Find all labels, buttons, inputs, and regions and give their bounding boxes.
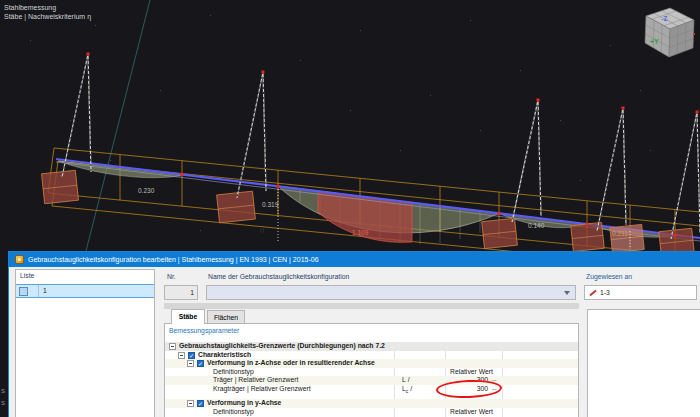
checkbox-checked-icon[interactable] [197,400,204,407]
dialog-icon [15,255,24,264]
limit-value-input[interactable]: 300 [445,385,488,394]
nr-field: 1 [164,285,198,300]
parameters-header: Bemessungsparameter [169,327,239,334]
assigned-field[interactable]: 1-3 [584,285,697,300]
view-subtitle: Stäbe | Nachweiskriterium η [4,12,91,21]
design-parameters-panel: Bemessungsparameter Gebrauchstauglichkei… [164,323,579,417]
tree-row-label: Gebrauchstauglichkeits-Grenzwerte (Durch… [179,342,385,351]
chevron-down-icon[interactable] [564,291,570,295]
checkbox-checked-icon[interactable] [197,360,204,367]
tree-row[interactable]: Verformung in z-Achse oder in resultiere… [165,359,578,368]
assigned-label: Zugewiesen an [586,273,632,281]
tree-row[interactable]: Träger | Relativer Grenzwert L / 300 -- [165,376,578,385]
tree-row-label: Verformung in z-Achse oder in resultiere… [207,359,375,368]
column-divider [38,285,39,297]
tree-row[interactable]: Verformung in y-Achse [165,399,578,408]
name-combobox[interactable] [206,285,576,300]
tree-row-label: Charakteristisch [198,351,251,360]
dialog-title: Gebrauchstauglichkeitskonfiguration bear… [28,252,319,267]
definition-type-value[interactable]: Relativer Wert [450,408,493,417]
name-label: Name der Gebrauchstauglichkeitskonfigura… [208,273,349,281]
tree-row[interactable]: Definitionstyp Relativer Wert [165,368,578,377]
definition-type-value[interactable]: Relativer Wert [450,368,493,377]
deflection-value-label: 0.230 [138,187,154,194]
tree-row[interactable]: Gebrauchstauglichkeits-Grenzwerte (Durch… [165,342,578,351]
tree-row[interactable]: Charakteristisch [165,351,578,360]
clipped-background-text: S [1,400,5,406]
tree-row[interactable]: Definitionstyp Relativer Wert [165,408,578,417]
list-label: Liste [20,272,34,280]
assigned-value: 1-3 [600,286,610,299]
deflection-value-label: 0.211 [612,230,628,237]
collapse-icon[interactable] [187,360,194,367]
application-window: Stahlbemessung Stäbe | Nachweiskriterium… [0,0,700,417]
tab-flaechen[interactable]: Flächen [207,310,245,324]
collapse-icon[interactable] [187,400,194,407]
tree-row-label: Definitionstyp [213,368,254,377]
spin-handle[interactable]: -- [492,376,497,385]
nav-cube[interactable] [645,8,695,57]
deflection-value-label: 0.319 [262,201,278,208]
spin-handle[interactable]: -- [492,385,497,394]
tree-row-label: Kragträger | Relativer Grenzwert [213,385,311,394]
section-divider [164,303,579,309]
nav-cube-front-label[interactable]: +Y [650,38,659,45]
config-list-panel: Liste 1 [15,269,155,417]
tab-staebe[interactable]: Stäbe [171,309,205,324]
view-title: Stahlbemessung [4,3,56,12]
tree-row-label: Träger | Relativer Grenzwert [213,376,298,385]
deflection-value-label: 0.140 [528,222,544,229]
clipped-background-text: S [1,388,5,394]
nav-cube-top-label[interactable]: -Z [661,15,669,23]
tree-row-label: Verformung in y-Achse [207,399,281,408]
collapse-icon[interactable] [169,343,176,350]
limit-value-input[interactable]: 300 [445,376,488,385]
deflection-max-label: 1.109 [352,229,368,236]
collapse-icon[interactable] [178,352,185,359]
list-item-label: 1 [43,285,47,297]
color-swatch-icon [19,287,28,296]
dialog-titlebar[interactable]: Gebrauchstauglichkeitskonfiguration bear… [9,252,700,267]
preview-panel [587,309,700,417]
nr-label: Nr. [167,273,176,281]
edit-pencil-icon[interactable] [589,290,596,297]
serviceability-config-dialog: Gebrauchstauglichkeitskonfiguration bear… [8,251,700,417]
list-item[interactable]: 1 [16,284,154,298]
parameter-tree: Gebrauchstauglichkeits-Grenzwerte (Durch… [165,342,578,417]
tree-row-label: Definitionstyp [213,408,254,417]
tree-row[interactable]: Kragträger | Relativer Grenzwert Lc / 30… [165,385,578,394]
section-line [86,0,150,251]
checkbox-checked-icon[interactable] [188,352,195,359]
